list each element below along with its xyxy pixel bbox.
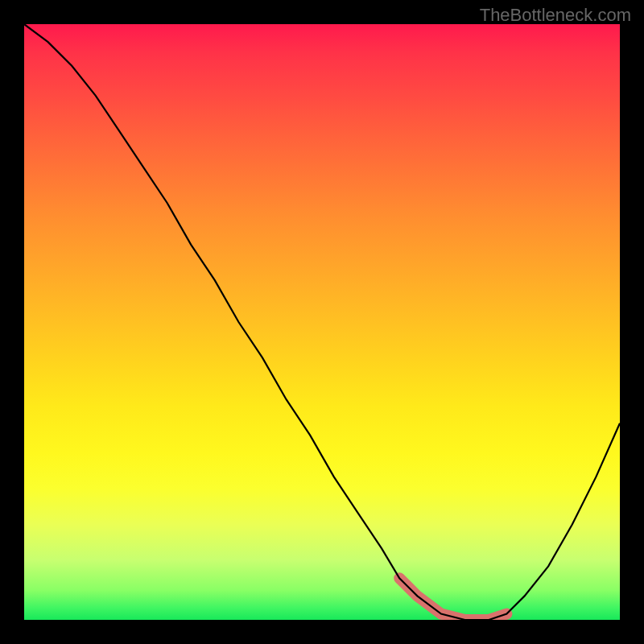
chart-area bbox=[24, 24, 620, 620]
chart-svg bbox=[24, 24, 620, 620]
highlight-band bbox=[399, 578, 506, 620]
watermark-text: TheBottleneck.com bbox=[480, 5, 631, 26]
curve-line bbox=[24, 24, 620, 620]
